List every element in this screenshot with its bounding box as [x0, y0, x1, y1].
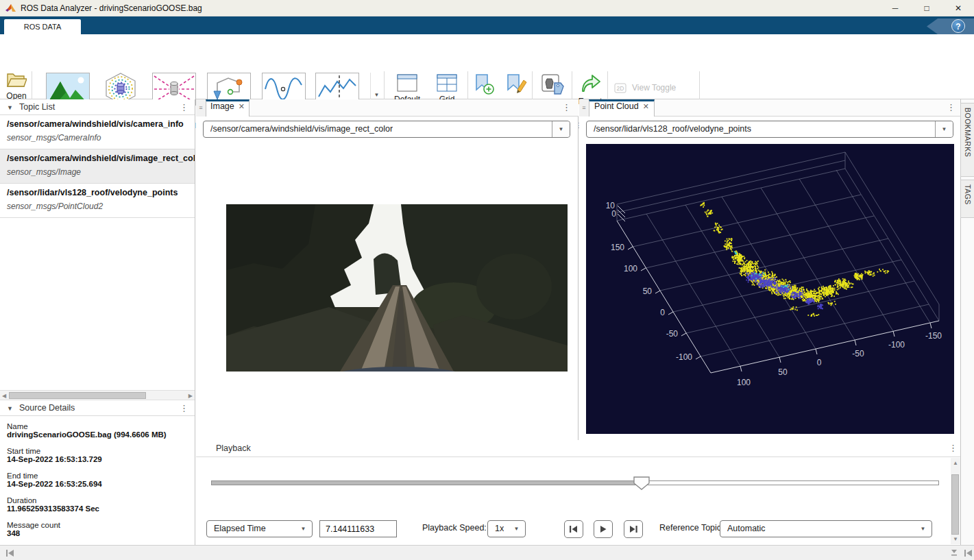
tab-image[interactable]: Image✕: [206, 99, 249, 117]
kebab-menu-icon[interactable]: ⋮: [947, 103, 955, 112]
image-topic-combobox[interactable]: /sensor/camera/windshield/vis/image_rect…: [203, 121, 570, 138]
svg-text:-150: -150: [925, 331, 942, 341]
slider-thumb[interactable]: [633, 476, 650, 490]
kebab-menu-icon[interactable]: ⋮: [562, 103, 571, 112]
plot-background: [586, 144, 954, 434]
scroll-up-icon[interactable]: ▲: [953, 460, 958, 466]
ribbon-tab-ros-data-analyzer[interactable]: ROS DATA ANALYZER: [4, 19, 81, 34]
elapsed-time-input[interactable]: [319, 520, 397, 537]
image-topic-value: /sensor/camera/windshield/vis/image_rect…: [210, 121, 393, 137]
grid-layout-icon: [437, 74, 457, 92]
combo-arrow[interactable]: ▼: [508, 521, 525, 537]
panel-menu-icon[interactable]: ≡: [579, 99, 589, 117]
close-button[interactable]: ✕: [942, 0, 974, 16]
collapse-arrow-icon[interactable]: ▼: [7, 104, 13, 111]
topic-list-item-selected[interactable]: /sensor/camera/windshield/vis/image_rect…: [0, 149, 195, 184]
topic-list-header: ▼ Topic List ⋮: [0, 99, 195, 115]
source-field-label: Start time: [7, 447, 40, 455]
scroll-down-icon[interactable]: ▼: [953, 536, 958, 542]
playback-speed-combobox[interactable]: 1x ▼: [487, 520, 526, 537]
source-field-label: Name: [7, 422, 28, 430]
bookmark-add-icon: [474, 73, 496, 97]
svg-text:0: 0: [660, 308, 665, 317]
step-back-button[interactable]: [564, 520, 583, 538]
combo-arrow[interactable]: ▼: [935, 121, 953, 137]
svg-text:100: 100: [737, 378, 751, 387]
help-button[interactable]: ?: [951, 19, 965, 33]
step-forward-icon: [628, 524, 639, 535]
source-field-value: 348: [7, 529, 20, 537]
combo-arrow[interactable]: ▼: [295, 521, 312, 537]
maximize-button[interactable]: □: [911, 0, 942, 16]
chevron-down-icon: ▼: [374, 92, 380, 98]
pointcloud-panel-tabbar: ≡ Point Cloud✕ ⋮: [579, 99, 960, 117]
chevron-down-icon: ▼: [301, 526, 306, 532]
ribbon-band: [0, 16, 974, 34]
kebab-menu-icon[interactable]: ⋮: [949, 443, 958, 453]
vscroll-thumb[interactable]: [951, 474, 959, 535]
combo-arrow[interactable]: ▼: [552, 121, 570, 137]
play-button[interactable]: [594, 520, 613, 538]
kebab-menu-icon[interactable]: ⋮: [180, 103, 188, 112]
source-field-label: Message count: [7, 521, 60, 529]
kebab-menu-icon[interactable]: ⋮: [180, 404, 188, 413]
image-panel: ≡ Image✕ ⋮ /sensor/camera/windshield/vis…: [196, 99, 579, 440]
default-layout-icon: [397, 74, 417, 92]
svg-text:100: 100: [624, 264, 637, 273]
source-field-label: End time: [7, 472, 38, 480]
topic-list-hscrollbar[interactable]: ◀ ▶: [0, 390, 195, 400]
title-bar: ROS Data Analyzer - drivingScenarioGOOSE…: [0, 0, 974, 16]
collapse-arrow-icon[interactable]: ▼: [7, 405, 13, 412]
matlab-logo-icon: [5, 3, 16, 13]
bookmarks-vertical-label: BOOKMARKS: [964, 108, 972, 157]
chevron-down-icon: ▼: [514, 526, 520, 532]
source-field-value: 14-Sep-2022 16:53:25.694: [7, 480, 102, 488]
image-panel-tabbar: ≡ Image✕ ⋮: [196, 99, 579, 117]
collapse-left-icon[interactable]: [5, 549, 14, 557]
playback-title: Playback: [216, 443, 251, 453]
svg-text:50: 50: [643, 287, 653, 296]
bookmark-manage-icon: [505, 73, 528, 97]
time-mode-combobox[interactable]: Elapsed Time ▼: [206, 520, 313, 537]
playback-speed-label: Playback Speed:: [422, 523, 487, 533]
minimize-button[interactable]: ─: [879, 0, 911, 16]
topic-list-title: Topic List: [19, 102, 55, 112]
tab-point-cloud[interactable]: Point Cloud✕: [589, 99, 655, 117]
view-toggle-button[interactable]: 2D View Toggle: [614, 82, 696, 95]
playback-vscrollbar[interactable]: ▲ ▼: [951, 458, 960, 544]
playback-header: Playback ⋮: [196, 440, 960, 457]
source-field-value: 14-Sep-2022 16:53:13.729: [7, 455, 102, 463]
tab-bookmarks-vertical[interactable]: BOOKMARKS: [960, 103, 974, 177]
scroll-right-icon[interactable]: ▶: [188, 393, 193, 399]
svg-text:150: 150: [611, 243, 624, 252]
hscroll-thumb[interactable]: [9, 392, 146, 399]
slider-track-filled[interactable]: [211, 480, 642, 485]
panel-menu-icon[interactable]: ≡: [196, 99, 206, 117]
add-tag-icon: [541, 73, 565, 97]
reference-topic-combobox[interactable]: Automatic ▼: [720, 520, 932, 537]
collapse-right-strip-icon[interactable]: [964, 549, 973, 557]
topic-list-item[interactable]: /sensor/camera/windshield/vis/camera_inf…: [0, 115, 195, 149]
scroll-left-icon[interactable]: ◀: [2, 393, 6, 399]
slider-track[interactable]: [642, 480, 939, 485]
topic-list-panel: ▼ Topic List ⋮ /sensor/camera/windshield…: [0, 99, 195, 545]
step-back-icon: [568, 524, 579, 535]
source-field-value: drivingScenarioGOOSE.bag (994.6606 MB): [7, 430, 167, 439]
svg-text:-50: -50: [852, 349, 864, 358]
combo-arrow[interactable]: ▼: [914, 521, 932, 537]
pointcloud-topic-combobox[interactable]: /sensor/lidar/vls128_roof/velodyne_point…: [586, 121, 953, 138]
chevron-down-icon: ▼: [942, 126, 947, 132]
step-forward-button[interactable]: [624, 520, 643, 538]
tab-close-icon[interactable]: ✕: [643, 102, 649, 110]
svg-text:-100: -100: [676, 352, 692, 362]
svg-text:2D: 2D: [617, 85, 624, 92]
collapse-down-icon[interactable]: [950, 549, 958, 557]
tab-close-icon[interactable]: ✕: [239, 102, 245, 110]
svg-text:-50: -50: [666, 329, 679, 339]
tab-tags-vertical[interactable]: TAGS: [960, 180, 974, 218]
2d-view-icon: 2D: [614, 83, 626, 93]
topic-list-item[interactable]: /sensor/lidar/vls128_roof/velodyne_point…: [0, 184, 195, 218]
pointcloud-plot[interactable]: 150 100 50 0 -50 -100 100 50 0 -50 -100 …: [586, 144, 954, 434]
playback-speed-value: 1x: [495, 521, 504, 537]
svg-text:-100: -100: [888, 340, 905, 350]
